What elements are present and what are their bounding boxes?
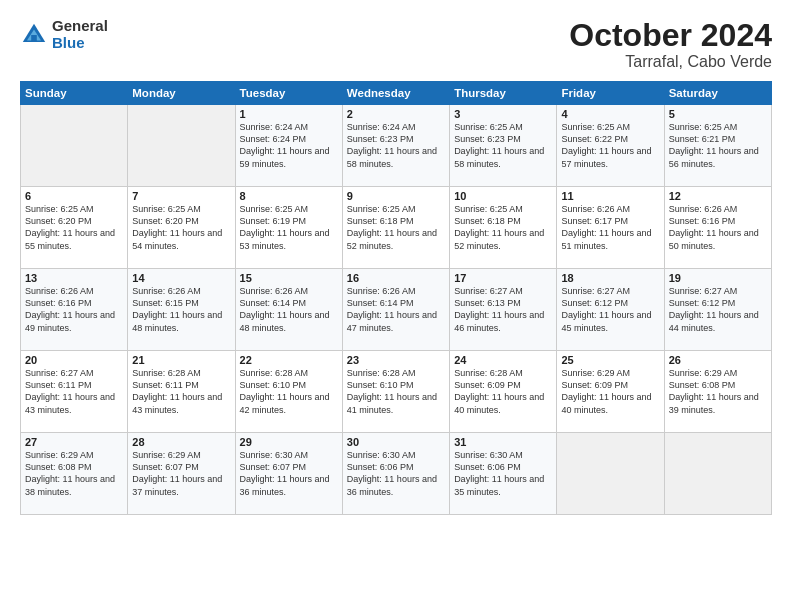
day-number: 12 — [669, 190, 767, 202]
logo-blue-text: Blue — [52, 35, 108, 52]
calendar-cell: 19Sunrise: 6:27 AM Sunset: 6:12 PM Dayli… — [664, 269, 771, 351]
logo: General Blue — [20, 18, 108, 51]
day-number: 7 — [132, 190, 230, 202]
day-info: Sunrise: 6:25 AM Sunset: 6:21 PM Dayligh… — [669, 121, 767, 170]
calendar-week-0: 1Sunrise: 6:24 AM Sunset: 6:24 PM Daylig… — [21, 105, 772, 187]
svg-rect-2 — [31, 35, 37, 42]
calendar-table: SundayMondayTuesdayWednesdayThursdayFrid… — [20, 81, 772, 515]
day-number: 28 — [132, 436, 230, 448]
calendar-week-2: 13Sunrise: 6:26 AM Sunset: 6:16 PM Dayli… — [21, 269, 772, 351]
calendar-cell: 17Sunrise: 6:27 AM Sunset: 6:13 PM Dayli… — [450, 269, 557, 351]
calendar-cell: 10Sunrise: 6:25 AM Sunset: 6:18 PM Dayli… — [450, 187, 557, 269]
day-number: 8 — [240, 190, 338, 202]
day-info: Sunrise: 6:26 AM Sunset: 6:14 PM Dayligh… — [240, 285, 338, 334]
day-number: 4 — [561, 108, 659, 120]
day-info: Sunrise: 6:28 AM Sunset: 6:10 PM Dayligh… — [347, 367, 445, 416]
day-info: Sunrise: 6:26 AM Sunset: 6:16 PM Dayligh… — [669, 203, 767, 252]
calendar-location: Tarrafal, Cabo Verde — [569, 53, 772, 71]
day-number: 5 — [669, 108, 767, 120]
day-info: Sunrise: 6:30 AM Sunset: 6:06 PM Dayligh… — [454, 449, 552, 498]
calendar-cell: 12Sunrise: 6:26 AM Sunset: 6:16 PM Dayli… — [664, 187, 771, 269]
day-number: 31 — [454, 436, 552, 448]
day-info: Sunrise: 6:26 AM Sunset: 6:17 PM Dayligh… — [561, 203, 659, 252]
calendar-week-3: 20Sunrise: 6:27 AM Sunset: 6:11 PM Dayli… — [21, 351, 772, 433]
day-info: Sunrise: 6:25 AM Sunset: 6:20 PM Dayligh… — [25, 203, 123, 252]
day-number: 26 — [669, 354, 767, 366]
calendar-cell — [664, 433, 771, 515]
day-info: Sunrise: 6:30 AM Sunset: 6:07 PM Dayligh… — [240, 449, 338, 498]
calendar-cell: 23Sunrise: 6:28 AM Sunset: 6:10 PM Dayli… — [342, 351, 449, 433]
logo-icon — [20, 21, 48, 49]
calendar-cell: 7Sunrise: 6:25 AM Sunset: 6:20 PM Daylig… — [128, 187, 235, 269]
calendar-cell: 20Sunrise: 6:27 AM Sunset: 6:11 PM Dayli… — [21, 351, 128, 433]
day-number: 21 — [132, 354, 230, 366]
day-header-friday: Friday — [557, 82, 664, 105]
day-number: 9 — [347, 190, 445, 202]
day-number: 22 — [240, 354, 338, 366]
day-number: 23 — [347, 354, 445, 366]
day-number: 13 — [25, 272, 123, 284]
day-number: 3 — [454, 108, 552, 120]
calendar-cell: 11Sunrise: 6:26 AM Sunset: 6:17 PM Dayli… — [557, 187, 664, 269]
day-number: 6 — [25, 190, 123, 202]
day-info: Sunrise: 6:26 AM Sunset: 6:16 PM Dayligh… — [25, 285, 123, 334]
calendar-cell: 26Sunrise: 6:29 AM Sunset: 6:08 PM Dayli… — [664, 351, 771, 433]
day-number: 24 — [454, 354, 552, 366]
day-info: Sunrise: 6:25 AM Sunset: 6:23 PM Dayligh… — [454, 121, 552, 170]
day-info: Sunrise: 6:29 AM Sunset: 6:08 PM Dayligh… — [669, 367, 767, 416]
day-number: 10 — [454, 190, 552, 202]
calendar-cell: 1Sunrise: 6:24 AM Sunset: 6:24 PM Daylig… — [235, 105, 342, 187]
calendar-cell: 15Sunrise: 6:26 AM Sunset: 6:14 PM Dayli… — [235, 269, 342, 351]
day-info: Sunrise: 6:28 AM Sunset: 6:09 PM Dayligh… — [454, 367, 552, 416]
day-info: Sunrise: 6:25 AM Sunset: 6:18 PM Dayligh… — [454, 203, 552, 252]
day-number: 17 — [454, 272, 552, 284]
day-number: 20 — [25, 354, 123, 366]
calendar-cell: 6Sunrise: 6:25 AM Sunset: 6:20 PM Daylig… — [21, 187, 128, 269]
day-number: 18 — [561, 272, 659, 284]
day-info: Sunrise: 6:27 AM Sunset: 6:12 PM Dayligh… — [561, 285, 659, 334]
day-info: Sunrise: 6:25 AM Sunset: 6:18 PM Dayligh… — [347, 203, 445, 252]
calendar-cell: 27Sunrise: 6:29 AM Sunset: 6:08 PM Dayli… — [21, 433, 128, 515]
day-info: Sunrise: 6:29 AM Sunset: 6:09 PM Dayligh… — [561, 367, 659, 416]
day-number: 27 — [25, 436, 123, 448]
day-number: 19 — [669, 272, 767, 284]
day-number: 2 — [347, 108, 445, 120]
calendar-week-4: 27Sunrise: 6:29 AM Sunset: 6:08 PM Dayli… — [21, 433, 772, 515]
day-info: Sunrise: 6:27 AM Sunset: 6:13 PM Dayligh… — [454, 285, 552, 334]
calendar-cell: 3Sunrise: 6:25 AM Sunset: 6:23 PM Daylig… — [450, 105, 557, 187]
day-number: 11 — [561, 190, 659, 202]
calendar-cell: 2Sunrise: 6:24 AM Sunset: 6:23 PM Daylig… — [342, 105, 449, 187]
day-number: 25 — [561, 354, 659, 366]
calendar-cell: 16Sunrise: 6:26 AM Sunset: 6:14 PM Dayli… — [342, 269, 449, 351]
day-info: Sunrise: 6:27 AM Sunset: 6:11 PM Dayligh… — [25, 367, 123, 416]
day-info: Sunrise: 6:27 AM Sunset: 6:12 PM Dayligh… — [669, 285, 767, 334]
day-number: 29 — [240, 436, 338, 448]
day-info: Sunrise: 6:28 AM Sunset: 6:11 PM Dayligh… — [132, 367, 230, 416]
day-header-monday: Monday — [128, 82, 235, 105]
day-info: Sunrise: 6:29 AM Sunset: 6:07 PM Dayligh… — [132, 449, 230, 498]
calendar-cell — [557, 433, 664, 515]
calendar-cell: 24Sunrise: 6:28 AM Sunset: 6:09 PM Dayli… — [450, 351, 557, 433]
day-info: Sunrise: 6:25 AM Sunset: 6:20 PM Dayligh… — [132, 203, 230, 252]
day-number: 14 — [132, 272, 230, 284]
calendar-cell: 22Sunrise: 6:28 AM Sunset: 6:10 PM Dayli… — [235, 351, 342, 433]
day-info: Sunrise: 6:26 AM Sunset: 6:14 PM Dayligh… — [347, 285, 445, 334]
day-header-tuesday: Tuesday — [235, 82, 342, 105]
calendar-cell: 30Sunrise: 6:30 AM Sunset: 6:06 PM Dayli… — [342, 433, 449, 515]
calendar-cell: 18Sunrise: 6:27 AM Sunset: 6:12 PM Dayli… — [557, 269, 664, 351]
calendar-cell: 5Sunrise: 6:25 AM Sunset: 6:21 PM Daylig… — [664, 105, 771, 187]
calendar-title: October 2024 — [569, 18, 772, 53]
day-header-thursday: Thursday — [450, 82, 557, 105]
calendar-cell: 9Sunrise: 6:25 AM Sunset: 6:18 PM Daylig… — [342, 187, 449, 269]
day-info: Sunrise: 6:25 AM Sunset: 6:19 PM Dayligh… — [240, 203, 338, 252]
logo-general-text: General — [52, 18, 108, 35]
day-info: Sunrise: 6:30 AM Sunset: 6:06 PM Dayligh… — [347, 449, 445, 498]
day-info: Sunrise: 6:28 AM Sunset: 6:10 PM Dayligh… — [240, 367, 338, 416]
day-info: Sunrise: 6:24 AM Sunset: 6:23 PM Dayligh… — [347, 121, 445, 170]
day-info: Sunrise: 6:29 AM Sunset: 6:08 PM Dayligh… — [25, 449, 123, 498]
calendar-cell — [128, 105, 235, 187]
day-info: Sunrise: 6:24 AM Sunset: 6:24 PM Dayligh… — [240, 121, 338, 170]
calendar-cell: 8Sunrise: 6:25 AM Sunset: 6:19 PM Daylig… — [235, 187, 342, 269]
calendar-week-1: 6Sunrise: 6:25 AM Sunset: 6:20 PM Daylig… — [21, 187, 772, 269]
calendar-cell: 14Sunrise: 6:26 AM Sunset: 6:15 PM Dayli… — [128, 269, 235, 351]
